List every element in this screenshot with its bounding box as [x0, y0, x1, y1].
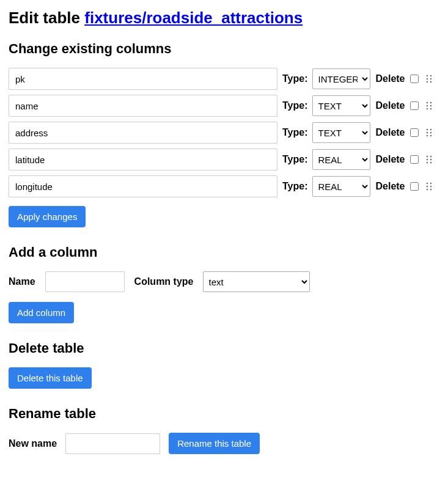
- columns-container: Type:INTEGERDeleteType:TEXTDeleteType:TE…: [9, 68, 439, 197]
- add-column-name-label: Name: [9, 276, 35, 287]
- column-row: Type:REALDelete: [9, 149, 439, 171]
- rename-name-label: New name: [9, 438, 57, 449]
- svg-point-20: [426, 159, 427, 160]
- drag-handle-icon[interactable]: [424, 100, 435, 112]
- svg-point-11: [430, 108, 431, 109]
- svg-point-28: [426, 189, 427, 190]
- column-row: Type:INTEGERDelete: [9, 68, 439, 90]
- column-name-input[interactable]: [9, 175, 277, 197]
- add-column-type-select[interactable]: text: [203, 271, 310, 292]
- svg-point-25: [430, 183, 431, 184]
- add-column-heading: Add a column: [9, 244, 439, 260]
- delete-label: Delete: [375, 127, 405, 138]
- column-type-select[interactable]: REAL: [312, 176, 370, 197]
- apply-changes-button[interactable]: Apply changes: [9, 206, 86, 227]
- rename-table-section: Rename table New name Rename this table: [9, 406, 439, 454]
- delete-checkbox[interactable]: [410, 75, 419, 83]
- column-name-input[interactable]: [9, 95, 277, 117]
- svg-point-29: [430, 189, 431, 190]
- svg-point-14: [426, 132, 427, 133]
- column-type-select[interactable]: REAL: [312, 149, 370, 170]
- add-column-section: Add a column Name Column type text Add c…: [9, 244, 439, 323]
- drag-handle-icon[interactable]: [424, 73, 435, 85]
- rename-table-heading: Rename table: [9, 406, 439, 422]
- column-row: Type:TEXTDelete: [9, 95, 439, 117]
- page-title-prefix: Edit table: [9, 9, 84, 27]
- delete-checkbox[interactable]: [410, 155, 419, 164]
- svg-point-2: [426, 78, 427, 79]
- svg-point-4: [426, 81, 427, 83]
- change-columns-heading: Change existing columns: [9, 41, 439, 57]
- rename-name-input[interactable]: [65, 433, 160, 454]
- svg-point-21: [430, 159, 431, 160]
- column-name-input[interactable]: [9, 68, 277, 90]
- type-label: Type:: [282, 154, 307, 165]
- page-title: Edit table fixtures/roadside_attractions: [9, 9, 439, 28]
- svg-point-10: [426, 108, 427, 109]
- column-type-select[interactable]: INTEGER: [312, 68, 370, 89]
- svg-point-24: [426, 183, 427, 184]
- delete-label: Delete: [375, 181, 405, 192]
- svg-point-9: [430, 105, 431, 106]
- type-label: Type:: [282, 181, 307, 192]
- delete-table-button[interactable]: Delete this table: [9, 367, 92, 389]
- drag-handle-icon[interactable]: [424, 180, 435, 193]
- column-row: Type:TEXTDelete: [9, 122, 439, 144]
- svg-point-0: [426, 75, 427, 76]
- delete-checkbox[interactable]: [410, 128, 419, 137]
- svg-point-5: [430, 81, 431, 83]
- drag-handle-icon[interactable]: [424, 153, 435, 166]
- delete-checkbox[interactable]: [410, 101, 419, 110]
- svg-point-18: [426, 156, 427, 157]
- add-column-type-label: Column type: [134, 276, 194, 287]
- delete-checkbox[interactable]: [410, 182, 419, 191]
- table-link[interactable]: fixtures/roadside_attractions: [84, 9, 303, 27]
- svg-point-27: [430, 186, 431, 187]
- drag-handle-icon[interactable]: [424, 127, 435, 139]
- column-type-select[interactable]: TEXT: [312, 122, 370, 143]
- svg-point-1: [430, 75, 431, 76]
- delete-label: Delete: [375, 100, 405, 111]
- column-row: Type:REALDelete: [9, 175, 439, 197]
- svg-point-7: [430, 102, 431, 103]
- type-label: Type:: [282, 73, 307, 84]
- svg-point-23: [430, 162, 431, 163]
- column-type-select[interactable]: TEXT: [312, 95, 370, 116]
- add-column-name-input[interactable]: [45, 271, 125, 292]
- type-label: Type:: [282, 127, 307, 138]
- rename-table-button[interactable]: Rename this table: [169, 433, 260, 454]
- svg-point-13: [430, 129, 431, 130]
- add-column-button[interactable]: Add column: [9, 302, 74, 323]
- svg-point-22: [426, 162, 427, 163]
- delete-label: Delete: [375, 73, 405, 84]
- svg-point-12: [426, 129, 427, 130]
- change-columns-section: Change existing columns Type:INTEGERDele…: [9, 41, 439, 227]
- svg-point-8: [426, 105, 427, 106]
- delete-table-section: Delete table Delete this table: [9, 340, 439, 389]
- column-name-input[interactable]: [9, 122, 277, 144]
- type-label: Type:: [282, 100, 307, 111]
- svg-point-26: [426, 186, 427, 187]
- svg-point-6: [426, 102, 427, 103]
- svg-point-3: [430, 78, 431, 79]
- delete-label: Delete: [375, 154, 405, 165]
- delete-table-heading: Delete table: [9, 340, 439, 356]
- svg-point-17: [430, 135, 431, 136]
- svg-point-16: [426, 135, 427, 136]
- column-name-input[interactable]: [9, 149, 277, 171]
- svg-point-19: [430, 156, 431, 157]
- svg-point-15: [430, 132, 431, 133]
